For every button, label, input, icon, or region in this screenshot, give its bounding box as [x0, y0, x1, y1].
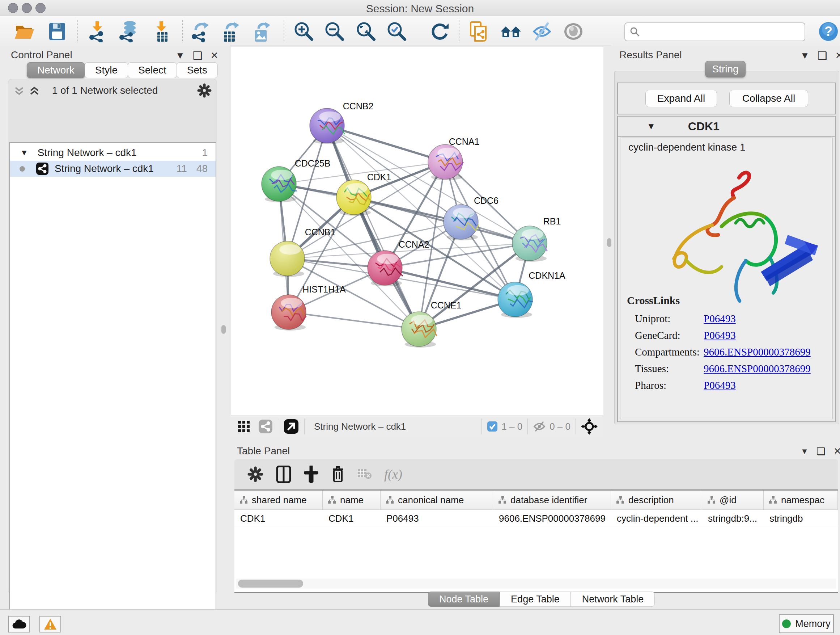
panel-close-icon[interactable]: ✕ — [210, 50, 218, 61]
view-grid-icon[interactable] — [237, 420, 250, 433]
edge-CCNB2-CCNA1[interactable] — [327, 126, 445, 162]
gene-header-row[interactable]: ▼ CDK1 — [618, 117, 835, 137]
table-row[interactable]: CDK1CDK1P064939606.ENSP00000378699cyclin… — [234, 510, 838, 527]
column-header-shared-name[interactable]: shared name — [234, 491, 323, 509]
network-graph[interactable]: CCNB2CCNA1CDC25BCDK1CDC6RB1CCNB1CCNA2CDK… — [231, 47, 603, 415]
network-row-selected[interactable]: String Network – cdk1 11 48 — [10, 161, 216, 177]
zoom-in-icon[interactable] — [293, 21, 315, 42]
node-CDKN1A[interactable]: CDKN1A — [498, 271, 565, 318]
open-session-icon[interactable] — [14, 21, 35, 42]
tab-sets[interactable]: Sets — [177, 62, 218, 78]
panel-float-icon[interactable]: ❑ — [818, 49, 827, 62]
search-input[interactable] — [640, 26, 794, 38]
crosslink-link[interactable]: P06493 — [704, 379, 736, 391]
crosslink-link[interactable]: P06493 — [704, 313, 736, 325]
export-table-icon[interactable] — [219, 21, 241, 42]
table-cell[interactable]: P06493 — [381, 510, 493, 527]
two-houses-icon[interactable] — [500, 21, 522, 42]
tab-network[interactable]: Network — [27, 62, 85, 78]
panel-collapse-icon[interactable]: ▼ — [801, 447, 808, 456]
save-session-icon[interactable] — [46, 21, 68, 42]
zoom-fit-icon[interactable] — [355, 21, 377, 42]
node-CCNA1[interactable]: CCNA1 — [428, 136, 479, 180]
delete-column-trash-icon[interactable] — [331, 466, 345, 483]
collapse-all-button[interactable]: Collapse All — [729, 90, 808, 107]
table-cell[interactable]: stringdb:9... — [702, 510, 764, 527]
function-builder-icon[interactable]: f(x) — [384, 467, 402, 482]
table-cell[interactable]: 9606.ENSP00000378699 — [493, 510, 611, 527]
import-network-icon[interactable] — [87, 21, 109, 42]
tab-string[interactable]: String — [705, 61, 745, 78]
clone-network-icon[interactable] — [469, 21, 490, 42]
refresh-icon[interactable] — [429, 21, 451, 42]
tree-expander-icon[interactable]: ▼ — [20, 148, 28, 157]
hidden-eye-slash-icon[interactable] — [533, 420, 546, 433]
memory-button[interactable]: Memory — [779, 614, 834, 633]
table-hscrollbar[interactable] — [236, 578, 836, 589]
tab-network-table[interactable]: Network Table — [571, 592, 655, 607]
table-gear-icon[interactable] — [248, 466, 264, 482]
warning-button[interactable] — [39, 616, 61, 632]
edge-CDK1-RB1[interactable] — [354, 197, 530, 243]
view-string-icon[interactable] — [258, 419, 273, 434]
selected-checkbox-icon[interactable] — [487, 421, 498, 432]
network-options-gear-icon[interactable] — [197, 83, 212, 98]
edge-HIST1H1A-CCNE1[interactable] — [289, 312, 419, 329]
table-cell[interactable]: cyclin-dependent ... — [611, 510, 702, 527]
column-header-database-identifier[interactable]: database identifier — [493, 491, 611, 509]
eye-slash-icon[interactable] — [531, 21, 553, 42]
panel-float-icon[interactable]: ❑ — [193, 49, 202, 62]
node-CDK1[interactable]: CDK1 — [336, 172, 391, 216]
collapse-all-networks-icon[interactable] — [13, 85, 25, 97]
node-CCNE1[interactable]: CCNE1 — [401, 300, 461, 348]
tab-style[interactable]: Style — [85, 62, 128, 78]
tab-edge-table[interactable]: Edge Table — [500, 592, 571, 607]
delete-table-icon[interactable] — [357, 469, 372, 480]
table-cell[interactable]: CDK1 — [234, 510, 323, 527]
attribute-table[interactable]: shared namenamecanonical namedatabase id… — [234, 489, 838, 593]
hscrollbar-thumb[interactable] — [238, 580, 303, 587]
panel-collapse-icon[interactable]: ▼ — [175, 50, 185, 61]
node-HIST1H1A[interactable]: HIST1H1A — [271, 284, 346, 331]
zoom-out-icon[interactable] — [324, 21, 346, 42]
column-header--id[interactable]: @id — [702, 491, 764, 509]
zoom-selected-icon[interactable] — [386, 21, 408, 42]
panel-close-icon[interactable]: ✕ — [835, 50, 840, 61]
node-RB1[interactable]: RB1 — [512, 216, 561, 262]
node-CCNB1[interactable]: CCNB1 — [270, 227, 335, 277]
crosslink-link[interactable]: P06493 — [704, 329, 736, 341]
export-network-icon[interactable] — [189, 21, 211, 42]
table-cell[interactable]: stringdb — [764, 510, 838, 527]
open-in-browser-icon[interactable] — [283, 418, 299, 434]
edge-CCNB2-CCNE1[interactable] — [327, 126, 419, 329]
export-image-icon[interactable] — [251, 21, 272, 42]
network-collection-row[interactable]: ▼ String Network – cdk1 1 — [10, 145, 216, 161]
column-header-description[interactable]: description — [611, 491, 702, 509]
expand-all-button[interactable]: Expand All — [645, 90, 717, 107]
right-splitter-handle[interactable] — [607, 238, 611, 247]
help-icon[interactable]: ? — [818, 21, 840, 43]
add-column-icon[interactable] — [304, 466, 318, 483]
column-header-namespac[interactable]: namespac — [764, 491, 838, 509]
gene-expander-icon[interactable]: ▼ — [647, 121, 655, 131]
table-cell[interactable]: CDK1 — [323, 510, 381, 527]
crosslink-link[interactable]: 9606.ENSP00000378699 — [704, 346, 811, 358]
toolbar-search[interactable] — [624, 22, 805, 41]
crosslink-link[interactable]: 9606.ENSP00000378699 — [704, 363, 811, 375]
panel-float-icon[interactable]: ❑ — [816, 445, 826, 457]
fit-content-crosshair-icon[interactable] — [581, 418, 598, 435]
column-header-name[interactable]: name — [323, 491, 381, 509]
show-columns-icon[interactable] — [276, 466, 292, 483]
tab-node-table[interactable]: Node Table — [428, 592, 500, 607]
node-CDC25B[interactable]: CDC25B — [262, 158, 330, 203]
panel-collapse-icon[interactable]: ▼ — [800, 50, 810, 61]
network-canvas[interactable]: CCNB2CCNA1CDC25BCDK1CDC6RB1CCNB1CCNA2CDK… — [231, 47, 603, 415]
left-splitter-handle[interactable] — [221, 325, 226, 334]
import-table-icon[interactable] — [151, 21, 172, 42]
import-database-icon[interactable] — [118, 21, 139, 42]
expand-all-networks-icon[interactable] — [28, 85, 41, 97]
tab-select[interactable]: Select — [128, 62, 177, 78]
panel-close-icon[interactable]: ✕ — [834, 446, 840, 457]
column-header-canonical-name[interactable]: canonical name — [381, 491, 493, 509]
cloud-button[interactable] — [8, 616, 30, 632]
